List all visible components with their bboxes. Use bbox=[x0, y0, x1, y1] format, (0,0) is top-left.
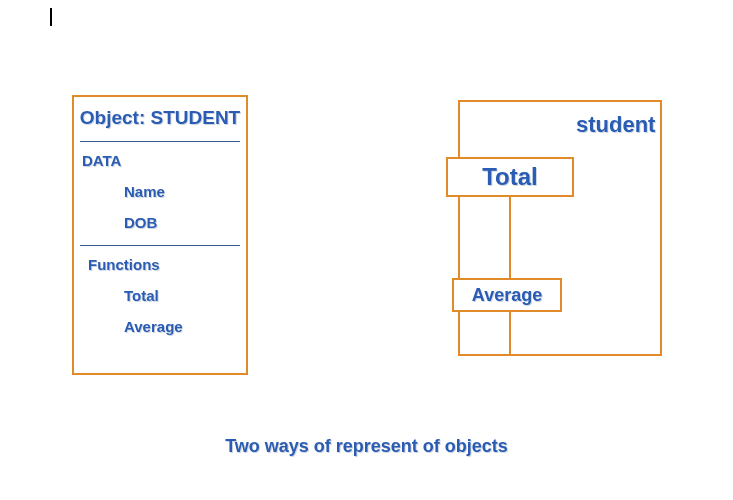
function-item-total: Total bbox=[74, 273, 246, 304]
function-item-average: Average bbox=[74, 304, 246, 335]
object-box-right bbox=[458, 100, 662, 356]
connector-line bbox=[509, 312, 511, 356]
method-box-average: Average bbox=[452, 278, 562, 312]
data-item-name: Name bbox=[74, 169, 246, 200]
connector-line bbox=[509, 197, 511, 278]
method-box-total: Total bbox=[446, 157, 574, 197]
object-title-left: Object: STUDENT bbox=[74, 97, 246, 141]
method-label-total: Total bbox=[482, 163, 538, 191]
method-label-average: Average bbox=[472, 285, 542, 306]
data-item-dob: DOB bbox=[74, 200, 246, 231]
data-section-header: DATA bbox=[74, 142, 246, 169]
functions-section-header: Functions bbox=[74, 246, 246, 273]
text-cursor bbox=[50, 8, 52, 26]
object-title-right: student bbox=[576, 112, 655, 138]
diagram-caption: Two ways of represent of objects bbox=[0, 436, 733, 457]
object-box-left: Object: STUDENT DATA Name DOB Functions … bbox=[72, 95, 248, 375]
